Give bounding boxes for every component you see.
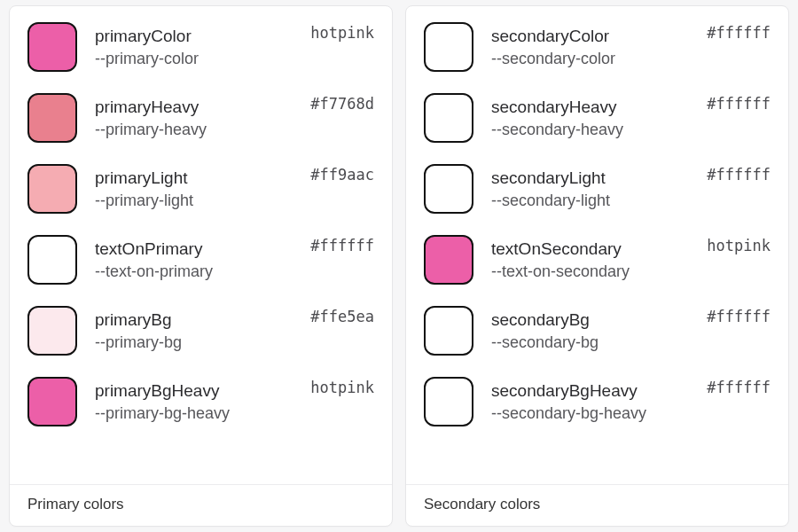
color-row: secondaryHeavy --secondary-heavy #ffffff [424, 93, 771, 143]
secondary-colors-panel: secondaryColor --secondary-color #ffffff… [405, 5, 789, 527]
color-value: #ffffff [707, 24, 771, 42]
color-value: hotpink [310, 24, 374, 42]
color-swatch[interactable] [424, 164, 473, 214]
color-swatch[interactable] [27, 93, 77, 143]
color-swatch[interactable] [27, 377, 77, 426]
panel-body: primaryColor --primary-color hotpink pri… [10, 6, 392, 484]
color-row: primaryColor --primary-color hotpink [27, 22, 374, 72]
color-name: primaryHeavy [95, 98, 293, 117]
color-labels: primaryBgHeavy --primary-bg-heavy [95, 381, 293, 423]
color-css-var: --text-on-secondary [491, 262, 689, 281]
color-name: secondaryBgHeavy [491, 381, 689, 401]
color-swatch[interactable] [27, 235, 77, 285]
color-value: #ffffff [707, 308, 771, 325]
color-value: #ffffff [707, 166, 771, 184]
color-value: #f7768d [310, 95, 374, 113]
color-swatch[interactable] [424, 306, 473, 356]
color-row: textOnSecondary --text-on-secondary hotp… [424, 235, 771, 285]
color-css-var: --primary-light [95, 192, 293, 210]
color-value: #ffe5ea [310, 308, 374, 325]
color-css-var: --secondary-color [491, 50, 689, 68]
color-value: #ffffff [707, 95, 771, 113]
color-name: primaryLight [95, 168, 293, 188]
color-row: textOnPrimary --text-on-primary #ffffff [27, 235, 374, 285]
color-css-var: --primary-color [95, 50, 293, 68]
color-name: secondaryColor [491, 27, 689, 46]
color-labels: secondaryBg --secondary-bg [491, 310, 689, 352]
color-name: secondaryLight [491, 168, 689, 188]
panel-title: Secondary colors [406, 484, 788, 526]
color-css-var: --primary-bg-heavy [95, 404, 293, 423]
color-labels: primaryBg --primary-bg [95, 310, 293, 352]
color-labels: textOnSecondary --text-on-secondary [491, 239, 689, 281]
color-labels: secondaryBgHeavy --secondary-bg-heavy [491, 381, 689, 423]
color-swatch[interactable] [424, 377, 473, 426]
color-labels: secondaryHeavy --secondary-heavy [491, 98, 689, 139]
color-name: textOnSecondary [491, 239, 689, 259]
color-labels: primaryHeavy --primary-heavy [95, 98, 293, 139]
primary-colors-panel: primaryColor --primary-color hotpink pri… [9, 5, 393, 527]
color-swatch[interactable] [27, 306, 77, 356]
color-swatch[interactable] [424, 93, 473, 143]
color-name: primaryBgHeavy [95, 381, 293, 401]
color-css-var: --secondary-heavy [491, 121, 689, 139]
color-swatch[interactable] [424, 22, 473, 72]
color-value: #ffffff [707, 379, 771, 396]
color-name: secondaryBg [491, 310, 689, 330]
color-row: secondaryLight --secondary-light #ffffff [424, 164, 771, 214]
color-swatch[interactable] [27, 164, 77, 214]
color-labels: textOnPrimary --text-on-primary [95, 239, 293, 281]
color-css-var: --text-on-primary [95, 262, 293, 281]
color-css-var: --secondary-bg-heavy [491, 404, 689, 423]
color-value: #ff9aac [310, 166, 374, 184]
color-row: secondaryBgHeavy --secondary-bg-heavy #f… [424, 377, 771, 426]
color-css-var: --primary-heavy [95, 121, 293, 139]
panel-body: secondaryColor --secondary-color #ffffff… [406, 6, 788, 484]
color-value: #ffffff [310, 237, 374, 254]
color-name: primaryBg [95, 310, 293, 330]
color-css-var: --primary-bg [95, 333, 293, 352]
color-labels: secondaryLight --secondary-light [491, 168, 689, 210]
color-row: primaryLight --primary-light #ff9aac [27, 164, 374, 214]
color-row: primaryHeavy --primary-heavy #f7768d [27, 93, 374, 143]
color-value: hotpink [707, 237, 771, 254]
color-labels: primaryLight --primary-light [95, 168, 293, 210]
color-row: secondaryBg --secondary-bg #ffffff [424, 306, 771, 356]
color-css-var: --secondary-bg [491, 333, 689, 352]
color-value: hotpink [310, 379, 374, 396]
color-swatch[interactable] [27, 22, 77, 72]
color-swatch[interactable] [424, 235, 473, 285]
color-row: secondaryColor --secondary-color #ffffff [424, 22, 771, 72]
color-name: secondaryHeavy [491, 98, 689, 117]
color-css-var: --secondary-light [491, 192, 689, 210]
color-row: primaryBgHeavy --primary-bg-heavy hotpin… [27, 377, 374, 426]
color-name: primaryColor [95, 27, 293, 46]
color-labels: secondaryColor --secondary-color [491, 27, 689, 68]
color-row: primaryBg --primary-bg #ffe5ea [27, 306, 374, 356]
panel-title: Primary colors [10, 484, 392, 526]
color-name: textOnPrimary [95, 239, 293, 259]
color-labels: primaryColor --primary-color [95, 27, 293, 68]
